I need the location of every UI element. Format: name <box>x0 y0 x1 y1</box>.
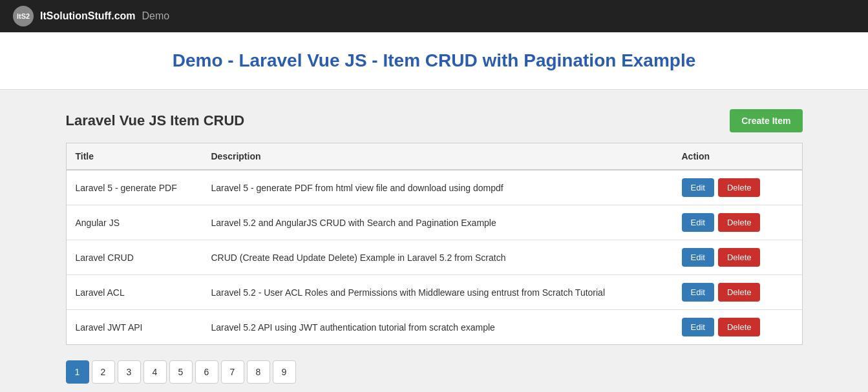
col-header-action: Action <box>673 143 802 170</box>
delete-button[interactable]: Delete <box>718 213 761 232</box>
cell-action: EditDelete <box>673 240 802 275</box>
main-content: Laravel Vue JS Item CRUD Create Item Tit… <box>53 109 816 384</box>
navbar-brand[interactable]: ItS2 ItSolutionStuff.com Demo <box>13 6 169 26</box>
items-table-wrapper: Title Description Action Laravel 5 - gen… <box>66 143 803 345</box>
table-row: Laravel 5 - generate PDFLaravel 5 - gene… <box>67 170 802 205</box>
edit-button[interactable]: Edit <box>682 283 714 302</box>
page-header: Demo - Laravel Vue JS - Item CRUD with P… <box>0 32 868 90</box>
page-button[interactable]: 9 <box>273 360 296 384</box>
col-header-title: Title <box>67 143 202 170</box>
table-row: Laravel JWT APILaravel 5.2 API using JWT… <box>67 310 802 345</box>
table-body: Laravel 5 - generate PDFLaravel 5 - gene… <box>67 170 802 344</box>
table-header: Title Description Action <box>67 143 802 170</box>
cell-title: Laravel JWT API <box>67 310 202 345</box>
delete-button[interactable]: Delete <box>718 248 761 267</box>
items-table: Title Description Action Laravel 5 - gen… <box>67 143 802 344</box>
site-name: ItSolutionStuff.com <box>40 10 136 22</box>
edit-button[interactable]: Edit <box>682 248 714 267</box>
page-button[interactable]: 4 <box>143 360 167 384</box>
cell-description: Laravel 5 - generate PDF from html view … <box>202 170 673 205</box>
page-button[interactable]: 3 <box>118 360 141 384</box>
cell-title: Laravel CRUD <box>67 240 202 275</box>
cell-action: EditDelete <box>673 310 802 345</box>
cell-title: Angular JS <box>67 205 202 240</box>
edit-button[interactable]: Edit <box>682 178 714 197</box>
site-logo: ItS2 <box>13 6 34 26</box>
pagination: 123456789 <box>66 360 803 384</box>
navbar: ItS2 ItSolutionStuff.com Demo <box>0 0 868 32</box>
page-button[interactable]: 8 <box>247 360 270 384</box>
page-title: Demo - Laravel Vue JS - Item CRUD with P… <box>13 50 855 71</box>
delete-button[interactable]: Delete <box>718 318 761 336</box>
section-header: Laravel Vue JS Item CRUD Create Item <box>66 109 803 132</box>
cell-title: Laravel ACL <box>67 275 202 310</box>
cell-action: EditDelete <box>673 170 802 205</box>
edit-button[interactable]: Edit <box>682 213 714 232</box>
delete-button[interactable]: Delete <box>718 178 761 197</box>
page-button[interactable]: 7 <box>221 360 244 384</box>
cell-action: EditDelete <box>673 205 802 240</box>
cell-description: Laravel 5.2 - User ACL Roles and Permiss… <box>202 275 673 310</box>
edit-button[interactable]: Edit <box>682 318 714 336</box>
demo-label: Demo <box>142 10 170 22</box>
table-row: Laravel CRUDCRUD (Create Read Update Del… <box>67 240 802 275</box>
page-button[interactable]: 6 <box>195 360 218 384</box>
cell-description: CRUD (Create Read Update Delete) Example… <box>202 240 673 275</box>
table-row: Angular JSLaravel 5.2 and AngularJS CRUD… <box>67 205 802 240</box>
section-title: Laravel Vue JS Item CRUD <box>66 112 245 129</box>
table-row: Laravel ACLLaravel 5.2 - User ACL Roles … <box>67 275 802 310</box>
page-button[interactable]: 2 <box>92 360 115 384</box>
col-header-description: Description <box>202 143 673 170</box>
page-button[interactable]: 1 <box>66 360 89 384</box>
cell-description: Laravel 5.2 and AngularJS CRUD with Sear… <box>202 205 673 240</box>
page-button[interactable]: 5 <box>169 360 193 384</box>
delete-button[interactable]: Delete <box>718 283 761 302</box>
create-item-button[interactable]: Create Item <box>730 109 802 132</box>
cell-action: EditDelete <box>673 275 802 310</box>
cell-title: Laravel 5 - generate PDF <box>67 170 202 205</box>
cell-description: Laravel 5.2 API using JWT authentication… <box>202 310 673 345</box>
